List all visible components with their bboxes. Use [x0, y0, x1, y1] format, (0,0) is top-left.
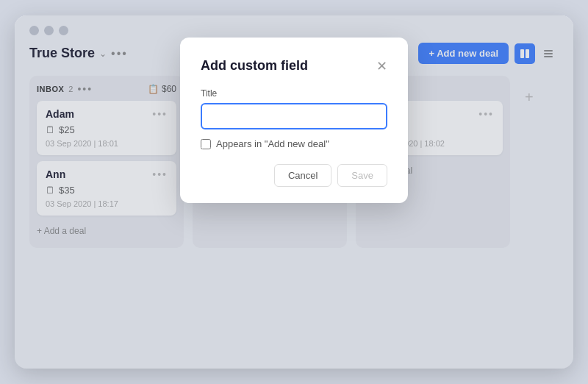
- title-input[interactable]: [201, 103, 387, 129]
- appears-in-add-deal-checkbox[interactable]: [201, 139, 211, 149]
- cancel-button[interactable]: Cancel: [274, 164, 331, 187]
- modal-overlay: Add custom field ✕ Title Appears in "Add…: [15, 15, 573, 369]
- checkbox-label: Appears in "Add new deal": [216, 138, 329, 149]
- modal-header: Add custom field ✕: [201, 58, 387, 74]
- save-button[interactable]: Save: [337, 164, 387, 187]
- add-custom-field-modal: Add custom field ✕ Title Appears in "Add…: [180, 38, 408, 203]
- app-container: True Store ⌄ ••• + Add new deal: [15, 15, 573, 369]
- checkbox-row: Appears in "Add new deal": [201, 138, 387, 149]
- title-field-label: Title: [201, 88, 387, 99]
- modal-close-button[interactable]: ✕: [376, 60, 387, 73]
- modal-title: Add custom field: [201, 58, 308, 74]
- modal-footer: Cancel Save: [201, 164, 387, 187]
